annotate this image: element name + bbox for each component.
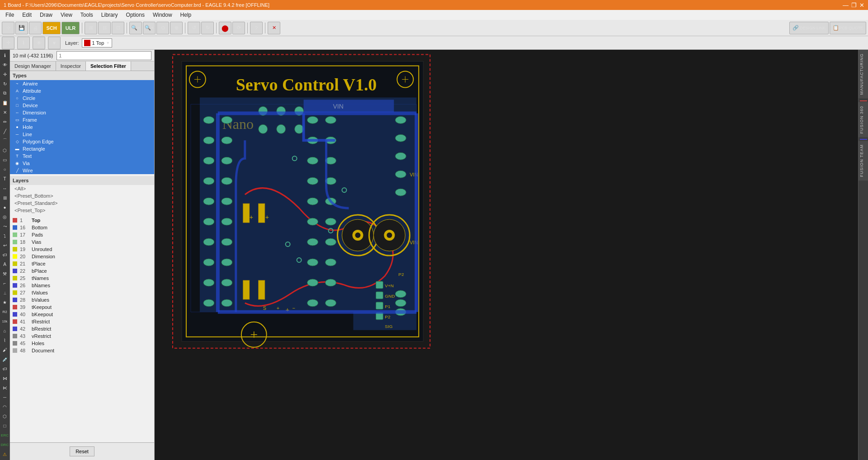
- draw-tool[interactable]: ✏: [0, 117, 9, 126]
- move-tool[interactable]: ✛: [0, 70, 9, 79]
- minimize-btn[interactable]: —: [843, 2, 849, 9]
- connect-tool[interactable]: ⋈: [0, 374, 9, 383]
- fusion-team-tab[interactable]: FUSION TEAM: [859, 141, 868, 180]
- paint-tool[interactable]: 🖌: [0, 345, 9, 354]
- type-wire[interactable]: ╱ Wire: [10, 167, 154, 174]
- type-via[interactable]: ◉ Via: [10, 160, 154, 167]
- tab-inspector[interactable]: Inspector: [56, 62, 86, 71]
- paste-tool[interactable]: 📋: [0, 98, 9, 107]
- canvas-area[interactable]: Servo Control V1.0 Nano VIN: [155, 50, 868, 460]
- autoroute-tool[interactable]: ⤵: [0, 231, 9, 240]
- maximize-btn[interactable]: ❐: [851, 2, 857, 9]
- redo-btn[interactable]: ↻: [201, 22, 214, 34]
- layer-45-holes[interactable]: 45 Holes: [10, 340, 154, 347]
- smash-tool[interactable]: ⚒: [0, 269, 9, 278]
- route-tool[interactable]: ⤳: [0, 222, 9, 231]
- zoom-in-btn[interactable]: 🔍+: [143, 22, 156, 34]
- menu-tools[interactable]: Tools: [77, 11, 97, 19]
- hexagon-tool[interactable]: ⬡: [0, 412, 9, 421]
- layer-40-bkeepout[interactable]: 40 bKeepout: [10, 311, 154, 318]
- type-rectangle[interactable]: ▬ Rectangle: [10, 145, 154, 152]
- tab-selection-filter[interactable]: Selection Filter: [86, 62, 131, 71]
- label-tool[interactable]: 🏷: [0, 364, 9, 373]
- text-tool[interactable]: T: [0, 174, 9, 183]
- layer-26-bnames[interactable]: 26 bNames: [10, 282, 154, 289]
- rotate-tool[interactable]: ↻: [0, 79, 9, 88]
- layer-28-bvalues[interactable]: 28 bValues: [10, 296, 154, 304]
- menu-library[interactable]: Library: [98, 11, 122, 19]
- copy-tool[interactable]: ⧉: [0, 89, 9, 98]
- type-polygon-edge[interactable]: ◇ Polygon Edge: [10, 138, 154, 145]
- zoom-custom-btn[interactable]: ⊕: [170, 22, 183, 34]
- poly-tool[interactable]: ⬡: [0, 146, 9, 155]
- arc-tool[interactable]: ⌒: [0, 136, 9, 145]
- split-tool[interactable]: ⟂: [0, 288, 9, 297]
- fusion360-tab[interactable]: FUSION 360: [859, 102, 868, 138]
- command-input[interactable]: [57, 51, 151, 60]
- r2-tool[interactable]: R2: [0, 307, 9, 316]
- optimize-tool[interactable]: ★: [0, 298, 9, 307]
- pad-tool[interactable]: ●: [0, 203, 9, 212]
- design-link-btn[interactable]: 🔗 DESIGN LINK: [789, 22, 829, 34]
- type-dimension[interactable]: ↔ Dimension: [10, 109, 154, 116]
- save-btn[interactable]: 💾: [15, 22, 28, 34]
- group-tool[interactable]: ⊞: [0, 193, 9, 202]
- type-frame[interactable]: ▭ Frame: [10, 116, 154, 123]
- wire-tool[interactable]: ╱: [0, 127, 9, 136]
- preset-all[interactable]: <All>: [10, 185, 154, 192]
- layer-20-dimension[interactable]: 20 Dimension: [10, 253, 154, 260]
- type-device[interactable]: □ Device: [10, 102, 154, 109]
- layer-43-vrestrict[interactable]: 43 vRestrict: [10, 332, 154, 340]
- help-btn[interactable]: ?: [250, 22, 263, 34]
- preset-top[interactable]: <Preset_Top>: [10, 207, 154, 214]
- menu-window[interactable]: Window: [149, 11, 176, 19]
- rect-tool[interactable]: ▭: [0, 155, 9, 164]
- disconnect-tool[interactable]: ⋉: [0, 383, 9, 392]
- layer-41-trestrict[interactable]: 41 tRestrict: [10, 318, 154, 325]
- layer-16-bottom[interactable]: 16 Bottom: [10, 224, 154, 231]
- filter-btn[interactable]: ▼: [48, 37, 61, 49]
- menu-view[interactable]: View: [57, 11, 76, 19]
- undo-btn[interactable]: ↺: [188, 22, 200, 34]
- layer-25-tnames[interactable]: 25 tNames: [10, 275, 154, 282]
- sch-btn[interactable]: SCH: [42, 22, 61, 34]
- menu-draw[interactable]: Draw: [36, 11, 56, 19]
- tab-design-manager[interactable]: Design Manager: [10, 62, 56, 71]
- via-tool[interactable]: ◎: [0, 212, 9, 221]
- tag-tool[interactable]: 🏷: [0, 250, 9, 259]
- print-btn[interactable]: 🖨: [29, 22, 42, 34]
- layer-19-unrouted[interactable]: 19 Unrouted: [10, 246, 154, 253]
- layer-42-brestrict[interactable]: 42 bRestrict: [10, 325, 154, 332]
- info-tool[interactable]: ℹ: [0, 51, 9, 60]
- circle-tool[interactable]: ○: [0, 165, 9, 174]
- delete-btn[interactable]: ✕: [268, 22, 280, 34]
- layer-21-tplace[interactable]: 21 tPlace: [10, 260, 154, 267]
- stop-btn[interactable]: ⬤: [219, 22, 231, 34]
- preset-bottom[interactable]: <Preset_Bottom>: [10, 192, 154, 199]
- layer-22-bplace[interactable]: 22 bPlace: [10, 267, 154, 275]
- layer-17-pads[interactable]: 17 Pads: [10, 231, 154, 238]
- fan-tool[interactable]: ⌂: [0, 326, 9, 335]
- close-btn[interactable]: ✕: [859, 2, 864, 9]
- menu-options[interactable]: Options: [123, 11, 148, 19]
- move-tool-btn[interactable]: ✛: [2, 37, 14, 49]
- ripup-tool[interactable]: ↩: [0, 241, 9, 250]
- eyedrop-tool[interactable]: 💉: [0, 355, 9, 364]
- 10k-tool[interactable]: 10k: [0, 317, 9, 326]
- show-btn[interactable]: 👁: [33, 37, 45, 49]
- blend-tool[interactable]: ⌇: [0, 336, 9, 345]
- refresh-btn[interactable]: ⟳: [232, 22, 245, 34]
- square-tool[interactable]: □: [0, 421, 9, 430]
- delete-tool[interactable]: ✕: [0, 108, 9, 117]
- eye-tool[interactable]: 👁: [0, 60, 9, 69]
- menu-help[interactable]: Help: [177, 11, 195, 19]
- type-airwire[interactable]: ~ Airwire: [10, 80, 154, 87]
- zoom-fit-btn[interactable]: ⊙: [156, 22, 169, 34]
- preset-standard[interactable]: <Preset_Standard>: [10, 199, 154, 207]
- ulr-btn[interactable]: ULR: [61, 22, 80, 34]
- layer-selector[interactable]: 1 Top ▼: [82, 38, 113, 47]
- type-line[interactable]: ─ Line: [10, 131, 154, 138]
- ungroup-btn[interactable]: ⊟: [98, 22, 111, 34]
- type-text[interactable]: T Text: [10, 152, 154, 160]
- manufacturing-tab[interactable]: MANUFACTURING: [859, 50, 868, 99]
